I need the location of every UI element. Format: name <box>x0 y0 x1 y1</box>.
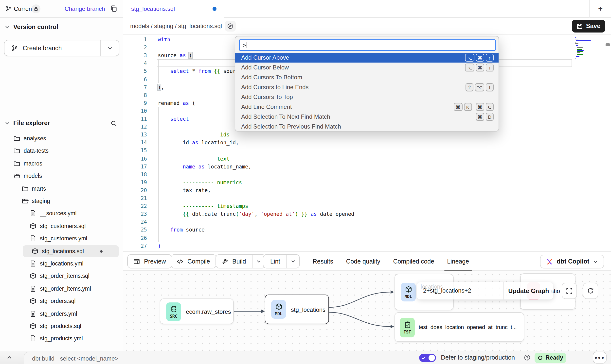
code-line: id as location_id, <box>158 139 239 147</box>
lint-button[interactable]: Lint <box>263 254 300 268</box>
file-tree-item-stg-order-items-yml[interactable]: stg_order_items.yml <box>28 283 119 295</box>
refresh-icon <box>587 287 594 295</box>
command-label: Add Cursors To Top <box>241 94 499 100</box>
code-line: source as ( <box>158 51 192 59</box>
file-tree-item-stg-products-sql[interactable]: stg_products.sql <box>28 320 119 332</box>
refresh-button[interactable] <box>583 283 598 299</box>
build-button[interactable]: Build <box>216 254 266 268</box>
minimap-line <box>577 55 594 55</box>
line-number: 15 <box>123 147 147 154</box>
fullscreen-button[interactable] <box>562 283 577 299</box>
file-tree-item-macros[interactable]: macros <box>11 158 119 169</box>
test-node-icon: TST <box>400 318 415 337</box>
file-tree-item-stg-locations-sql[interactable]: stg_locations.sql <box>23 245 119 257</box>
file-tree-item-staging[interactable]: staging <box>19 195 119 207</box>
file-tree-item-stg-order-items-sql[interactable]: stg_order_items.sql <box>28 270 119 282</box>
folder-icon <box>21 185 28 192</box>
file-tree-item-data-tests[interactable]: data-tests <box>11 145 119 157</box>
git-branch-icon <box>11 45 18 51</box>
lineage-node-stg-locations[interactable]: MDL stg_locations <box>265 295 329 324</box>
create-branch-label: Create branch <box>23 45 62 51</box>
lineage-node-source[interactable]: SRC ecom.raw_stores <box>160 298 234 324</box>
command-palette-item-add-selection-to-previous-find-match[interactable]: Add Selection To Previous Find Match <box>235 122 499 132</box>
file-tree-item-stg-orders-yml[interactable]: stg_orders.yml <box>28 308 119 319</box>
indent-guide <box>158 107 159 242</box>
panel-tab-results[interactable]: Results <box>313 252 333 271</box>
search-icon[interactable] <box>110 120 117 126</box>
copy-icon[interactable] <box>110 5 117 12</box>
compass-button[interactable] <box>225 21 236 32</box>
file-tree-item-analyses[interactable]: analyses <box>11 132 119 144</box>
panel-tab-lineage[interactable]: Lineage <box>447 252 469 271</box>
lineage-canvas[interactable]: SRC ecom.raw_stores MDL stg_locations MD… <box>123 271 611 351</box>
panel-tabs: ResultsCode qualityCompiled codeLineage <box>313 252 469 271</box>
lineage-node-test[interactable]: TST test_does_location_opened_at_trunc_t… <box>395 312 524 342</box>
tab-label: stg_locations.sql <box>131 5 175 12</box>
chevron-down-icon <box>290 259 296 264</box>
command-palette-input[interactable]: > <box>239 39 496 51</box>
update-graph-button[interactable]: Update Graph <box>504 282 553 299</box>
line-number: 3 <box>123 51 147 59</box>
file-tree-item-stg-customers-yml[interactable]: stg_customers.yml <box>28 232 119 244</box>
new-tab-button[interactable]: + <box>589 0 611 18</box>
save-button[interactable]: Save <box>572 20 605 33</box>
file-tree-item-stg-products-yml[interactable]: stg_products.yml <box>28 333 119 345</box>
command-palette-item-add-selection-to-next-find-match[interactable]: Add Selection To Next Find Match⌘D <box>235 112 499 122</box>
change-branch-link[interactable]: Change branch <box>65 5 105 12</box>
panel-tab-compiled-code[interactable]: Compiled code <box>393 252 434 271</box>
command-palette-item-add-line-comment[interactable]: Add Line Comment⌘K⌘C <box>235 102 499 112</box>
file-tree-item-marts[interactable]: marts <box>19 182 119 194</box>
command-label: Add Cursor Above <box>241 54 461 61</box>
preview-button[interactable]: Preview <box>127 254 172 268</box>
chevron-up-icon[interactable] <box>6 354 13 361</box>
lock-icon <box>34 6 38 11</box>
file-tree-item--sources-yml[interactable]: __sources.yml <box>28 208 119 219</box>
command-label: Add Cursors To Bottom <box>241 74 499 81</box>
file-tree-item-models[interactable]: models <box>11 170 119 182</box>
node-badge: MDL <box>275 311 283 316</box>
panel-tab-code-quality[interactable]: Code quality <box>346 252 380 271</box>
create-branch-button[interactable]: Create branch <box>4 40 119 56</box>
tab-stg-locations-sql[interactable]: stg_locations.sql <box>123 0 224 18</box>
minimap-line <box>577 50 584 50</box>
dbt-ide-window: Current Change branch Version control Cr… <box>0 0 611 364</box>
file-name: stg_orders.sql <box>40 298 75 304</box>
minimap-line <box>576 40 591 41</box>
code-line: from source <box>158 226 205 234</box>
shortcut-key: ↓ <box>486 64 494 71</box>
ready-status-button[interactable]: Ready <box>535 352 566 363</box>
shortcut-keys: ⌥⌘↑ <box>461 54 494 62</box>
file-explorer-header[interactable]: File explorer <box>0 118 123 128</box>
command-palette-item-add-cursors-to-line-ends[interactable]: Add Cursors to Line Ends⇧⌥I <box>235 82 499 92</box>
shortcut-key: C <box>486 103 494 111</box>
scrollbar-thumb[interactable] <box>606 43 610 46</box>
command-palette-item-add-cursors-to-bottom[interactable]: Add Cursors To Bottom <box>235 72 499 82</box>
command-palette-item-add-cursors-to-top[interactable]: Add Cursors To Top <box>235 92 499 102</box>
node-label: ecom.raw_stores <box>186 308 231 315</box>
cube-icon <box>405 285 412 293</box>
overflow-menu-button[interactable]: ●●● <box>593 352 607 364</box>
lineage-search-input[interactable]: 2+stg_locations+2 <box>423 287 471 294</box>
lint-dropdown[interactable] <box>286 255 299 268</box>
command-bar[interactable]: dbt build --select <model_name> <box>24 352 611 364</box>
command-palette-item-add-cursor-below[interactable]: Add Cursor Below⌥⌘↓ <box>235 63 499 72</box>
create-branch-dropdown[interactable] <box>100 40 119 56</box>
file-icon <box>30 285 36 292</box>
dbt-copilot-button[interactable]: dbt Copilot <box>540 255 604 268</box>
file-name: staging <box>32 198 50 204</box>
file-tree-item-stg-customers-sql[interactable]: stg_customers.sql <box>28 220 119 232</box>
file-tree-item-stg-orders-sql[interactable]: stg_orders.sql <box>28 295 119 307</box>
line-number: 14 <box>123 139 147 147</box>
command-palette-item-add-cursor-above[interactable]: Add Cursor Above⌥⌘↑ <box>235 53 499 63</box>
breadcrumb: models / staging / stg_locations.sql <box>130 23 222 30</box>
line-number: 26 <box>123 234 147 242</box>
defer-toggle[interactable] <box>419 354 436 362</box>
file-tree-item-stg-locations-yml[interactable]: stg_locations.yml <box>28 258 119 269</box>
compile-button[interactable]: Compile <box>171 254 216 268</box>
model-node-icon: MDL <box>271 300 286 319</box>
help-icon[interactable] <box>524 354 531 361</box>
command-palette-list: Add Cursor Above⌥⌘↑Add Cursor Below⌥⌘↓Ad… <box>235 53 499 132</box>
file-icon <box>30 210 36 217</box>
version-control-header[interactable]: Version control <box>0 22 123 32</box>
line-number: 24 <box>123 218 147 226</box>
